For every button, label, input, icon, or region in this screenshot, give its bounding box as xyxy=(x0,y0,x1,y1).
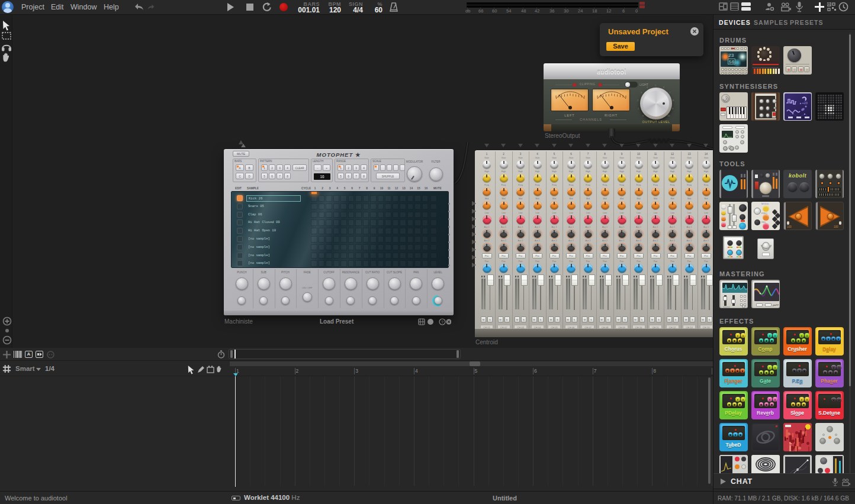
svg-text:?: ? xyxy=(441,320,443,324)
